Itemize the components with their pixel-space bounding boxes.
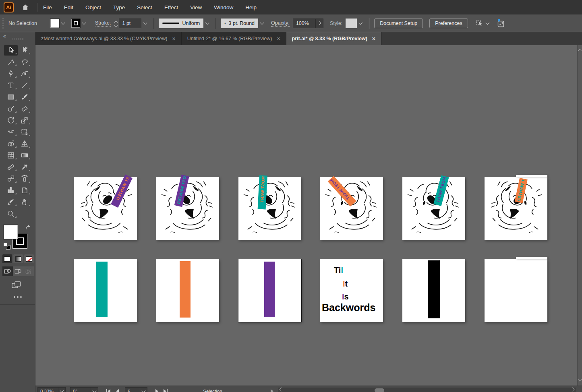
graphic-style-swatch[interactable] [346, 19, 357, 28]
menu-item-select[interactable]: Select [137, 4, 152, 10]
sketch-illustration[interactable] [404, 178, 464, 239]
scroll-right-icon[interactable] [571, 388, 575, 392]
artboard-3[interactable]: MOST WANT [238, 177, 301, 240]
text-line[interactable]: Til [334, 266, 343, 275]
status-bar-expand-icon[interactable] [271, 387, 273, 392]
menu-item-object[interactable]: Object [85, 4, 101, 10]
menu-item-type[interactable]: Type [113, 4, 125, 10]
first-artboard-button[interactable] [105, 387, 112, 392]
vertical-bar[interactable] [180, 261, 191, 318]
variable-width-profile-dropdown[interactable]: Uniform [159, 19, 203, 28]
collapse-panel-icon[interactable]: « [3, 33, 6, 39]
rotation-dropdown[interactable]: 0° [70, 387, 98, 392]
scroll-down-icon[interactable] [578, 378, 582, 382]
lasso-tool[interactable] [18, 57, 31, 67]
document-tab-1[interactable]: zMost wanted Colorways.ai @ 33.33 % (CMY… [35, 32, 182, 45]
menu-item-help[interactable]: Help [245, 4, 257, 10]
line-segment-tool[interactable] [18, 80, 31, 91]
sketch-illustration[interactable] [157, 178, 218, 239]
home-icon[interactable] [20, 2, 31, 12]
scroll-left-icon[interactable] [280, 388, 284, 392]
document-setup-button[interactable]: Document Setup [374, 19, 423, 28]
measure-tool[interactable] [4, 162, 18, 172]
stroke-color-dropdown-icon[interactable] [81, 19, 88, 28]
tab-close-icon[interactable]: × [277, 36, 280, 41]
sketch-illustration[interactable] [321, 178, 382, 239]
edit-toolbar-icon[interactable] [14, 296, 22, 298]
eraser-tool[interactable] [18, 103, 31, 114]
artboard-9[interactable] [238, 259, 301, 322]
vertical-bar[interactable] [96, 262, 108, 317]
stroke-weight-stepper[interactable] [115, 20, 117, 27]
perspective-grid-tool[interactable] [18, 138, 31, 149]
blend-tool[interactable] [4, 173, 18, 184]
width-tool[interactable] [4, 127, 18, 137]
artboard-7[interactable] [74, 259, 137, 322]
selection-tool[interactable] [4, 45, 18, 56]
artboard-4[interactable]: MOST WANT [320, 177, 383, 240]
eyedropper-tool[interactable] [18, 162, 31, 172]
pen-tool[interactable] [4, 68, 18, 79]
draw-inside-button[interactable] [23, 266, 34, 276]
horizontal-scrollbar[interactable] [278, 388, 576, 392]
fill-indicator-swatch[interactable] [3, 225, 18, 239]
slice-tool[interactable] [4, 197, 18, 207]
generative-ai-icon[interactable] [496, 19, 506, 28]
shape-builder-tool[interactable] [4, 138, 18, 149]
menu-item-file[interactable]: File [43, 4, 52, 10]
horizontal-scroll-thumb[interactable] [375, 388, 384, 392]
width-profile-dropdown-icon[interactable] [203, 19, 211, 28]
illustrator-app-icon[interactable]: Ai [4, 2, 14, 12]
artboard-11[interactable] [402, 259, 465, 322]
control-bar-grip[interactable] [2, 18, 4, 29]
draw-normal-button[interactable] [2, 266, 13, 276]
vertical-bar[interactable] [428, 260, 440, 318]
gradient-tool[interactable] [18, 150, 31, 161]
artboard-navigation-dropdown[interactable]: 6 [125, 387, 147, 392]
symbol-sprayer-tool[interactable] [18, 173, 31, 184]
rectangle-tool[interactable] [4, 92, 18, 102]
opacity-panel-link[interactable]: Opacity: [271, 20, 290, 27]
text-line[interactable]: Is [342, 292, 349, 301]
artboard-1[interactable]: ST WANTED [74, 177, 137, 240]
stroke-panel-link[interactable]: Stroke: [95, 20, 111, 27]
next-artboard-button[interactable] [153, 387, 160, 392]
change-screen-mode-icon[interactable] [11, 281, 22, 291]
shaper-tool[interactable] [4, 103, 18, 114]
document-tab-3[interactable]: prit.ai* @ 8.33 % (RGB/Preview)× [286, 32, 381, 45]
fill-color-dropdown-icon[interactable] [60, 19, 67, 28]
document-tab-2[interactable]: Untitled-2* @ 16.67 % (RGB/Preview)× [182, 32, 286, 45]
tab-close-icon[interactable]: × [172, 36, 176, 41]
menu-item-window[interactable]: Window [214, 4, 233, 10]
artboard-5[interactable]: MOST WANT [402, 177, 465, 240]
type-tool[interactable] [4, 80, 18, 91]
brush-definition-dropdown[interactable]: • 3 pt. Round [221, 19, 258, 28]
select-similar-dropdown-icon[interactable] [484, 19, 491, 28]
scale-tool[interactable] [18, 115, 31, 126]
last-artboard-button[interactable] [162, 387, 169, 392]
opacity-field[interactable]: 100% [293, 19, 315, 28]
stroke-weight-dropdown-icon[interactable] [141, 19, 149, 28]
artboard-6[interactable]: T WANTED [485, 177, 547, 240]
mesh-tool[interactable] [4, 150, 18, 161]
style-dropdown-icon[interactable] [357, 19, 364, 28]
canvas-area[interactable]: ST WANTEDOST WANTEDMOST WANTMOST WANTMOS… [35, 45, 577, 386]
previous-artboard-button[interactable] [114, 387, 121, 392]
text-line[interactable]: It [343, 279, 348, 289]
menu-item-effect[interactable]: Effect [164, 4, 178, 10]
menu-item-edit[interactable]: Edit [64, 4, 73, 10]
stroke-weight-field[interactable]: 1 pt [119, 19, 141, 28]
artboard-8[interactable] [156, 259, 219, 322]
preferences-button[interactable]: Preferences [429, 19, 468, 28]
none-mode-button[interactable] [24, 254, 34, 263]
fill-color-swatch[interactable] [50, 19, 60, 28]
column-graph-tool[interactable] [4, 185, 18, 196]
swap-fill-stroke-icon[interactable] [25, 225, 31, 233]
curvature-tool[interactable] [18, 68, 31, 79]
stroke-color-swatch[interactable] [71, 19, 81, 28]
default-fill-stroke-icon[interactable] [3, 242, 10, 250]
artboard-tool[interactable] [18, 185, 31, 196]
menu-item-view[interactable]: View [190, 4, 202, 10]
artboard-2[interactable]: OST WANTED [156, 177, 219, 240]
direct-selection-tool[interactable] [18, 45, 31, 56]
